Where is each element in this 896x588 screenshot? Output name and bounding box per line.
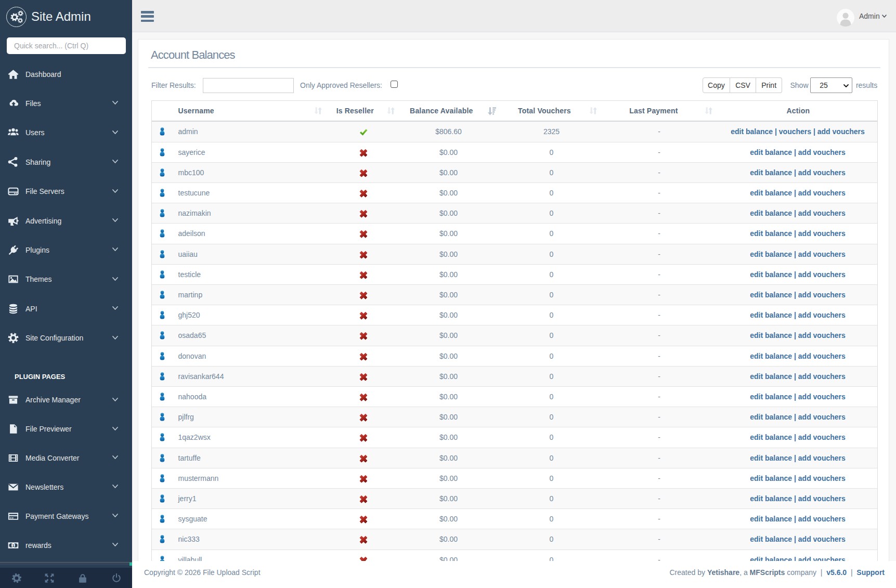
svg-text:1: 1: [12, 543, 14, 547]
